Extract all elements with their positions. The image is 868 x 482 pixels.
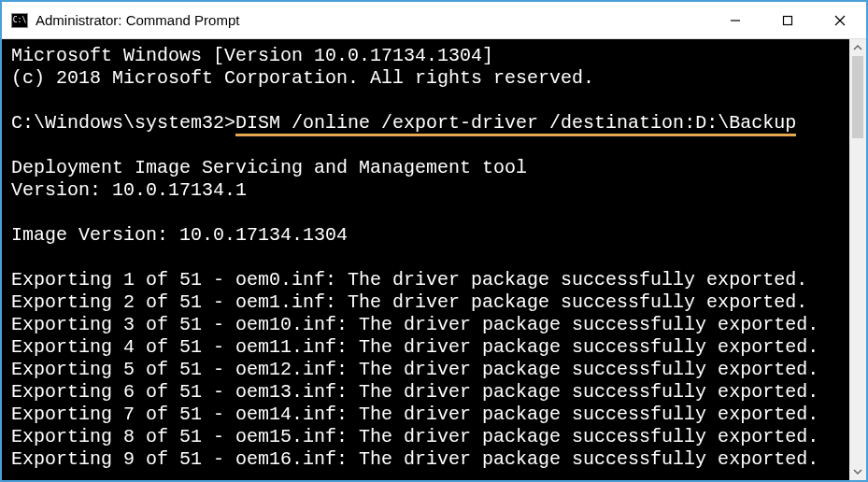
export-line: Exporting 8 of 51 - oem15.inf: The drive…: [11, 426, 818, 447]
close-icon: [834, 15, 846, 26]
vertical-scrollbar[interactable]: [849, 39, 866, 480]
minimize-button[interactable]: [709, 3, 761, 38]
export-line: Exporting 6 of 51 - oem13.inf: The drive…: [11, 381, 818, 403]
export-line: Exporting 5 of 51 - oem12.inf: The drive…: [11, 359, 818, 380]
image-version: Image Version: 10.0.17134.1304: [11, 224, 348, 246]
client-area: Microsoft Windows [Version 10.0.17134.13…: [2, 39, 866, 480]
scroll-up-icon[interactable]: [849, 39, 866, 56]
export-line: Exporting 4 of 51 - oem11.inf: The drive…: [11, 336, 818, 358]
titlebar[interactable]: C:\ Administrator: Command Prompt: [2, 2, 866, 39]
window-title: Administrator: Command Prompt: [36, 12, 239, 28]
dism-version: Version: 10.0.17134.1: [11, 179, 247, 201]
dism-tool-name: Deployment Image Servicing and Managemen…: [11, 157, 527, 178]
export-line: Exporting 1 of 51 - oem0.inf: The driver…: [11, 269, 807, 291]
export-line: Exporting 9 of 51 - oem16.inf: The drive…: [11, 448, 818, 470]
close-button[interactable]: [814, 3, 866, 38]
export-line: Exporting 2 of 51 - oem1.inf: The driver…: [11, 291, 807, 313]
scroll-thumb[interactable]: [852, 56, 863, 138]
cmd-icon-glyph: C:\: [13, 17, 26, 24]
command-entered: DISM /online /export-driver /destination…: [235, 112, 796, 136]
export-line: Exporting 3 of 51 - oem10.inf: The drive…: [11, 314, 818, 335]
maximize-icon: [782, 15, 793, 26]
chevron-down-icon: [853, 469, 862, 475]
export-line: Exporting 7 of 51 - oem14.inf: The drive…: [11, 404, 818, 425]
terminal-output[interactable]: Microsoft Windows [Version 10.0.17134.13…: [2, 39, 849, 480]
copyright-line: (c) 2018 Microsoft Corporation. All righ…: [11, 67, 594, 89]
cmd-window: C:\ Administrator: Command Prompt Micros…: [0, 0, 868, 482]
maximize-button[interactable]: [761, 3, 814, 38]
chevron-up-icon: [853, 45, 862, 50]
cmd-icon: C:\: [11, 13, 28, 28]
minimize-icon: [730, 15, 741, 26]
svg-rect-1: [784, 16, 792, 24]
os-version-line: Microsoft Windows [Version 10.0.17134.13…: [11, 45, 493, 66]
scroll-down-icon[interactable]: [849, 463, 866, 480]
prompt-prefix: C:\Windows\system32>: [11, 112, 235, 134]
